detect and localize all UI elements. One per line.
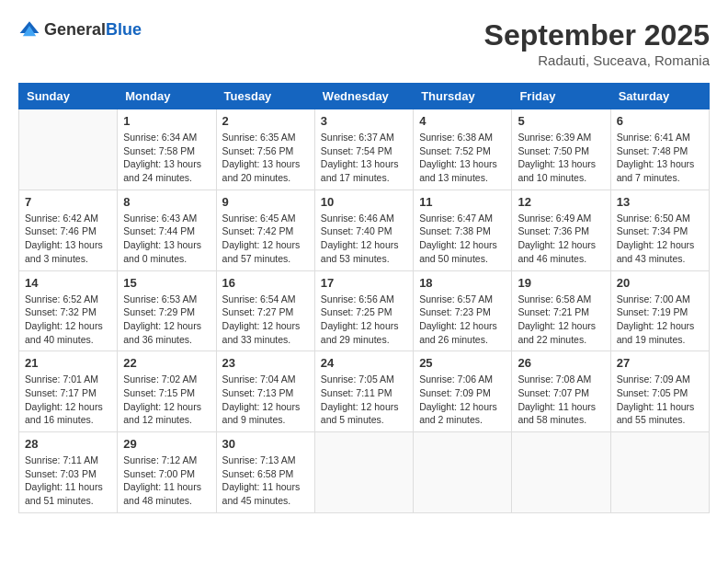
day-info: Sunrise: 6:39 AM Sunset: 7:50 PM Dayligh… [518,131,604,185]
day-number: 4 [419,114,506,128]
day-number: 9 [222,195,309,209]
day-number: 20 [617,276,703,290]
day-number: 1 [123,114,210,128]
calendar-cell: 20Sunrise: 7:00 AM Sunset: 7:19 PM Dayli… [610,270,709,351]
day-info: Sunrise: 7:06 AM Sunset: 7:09 PM Dayligh… [419,373,506,427]
calendar-cell: 5Sunrise: 6:39 AM Sunset: 7:50 PM Daylig… [512,109,610,190]
calendar-cell: 11Sunrise: 6:47 AM Sunset: 7:38 PM Dayli… [414,190,512,270]
day-number: 19 [518,276,604,290]
calendar-cell: 9Sunrise: 6:45 AM Sunset: 7:42 PM Daylig… [216,190,314,270]
day-info: Sunrise: 6:35 AM Sunset: 7:56 PM Dayligh… [222,131,309,185]
calendar-cell: 27Sunrise: 7:09 AM Sunset: 7:05 PM Dayli… [610,351,709,432]
calendar-cell: 6Sunrise: 6:41 AM Sunset: 7:48 PM Daylig… [610,109,709,190]
day-number: 27 [617,356,703,370]
calendar-week-4: 21Sunrise: 7:01 AM Sunset: 7:17 PM Dayli… [19,351,710,432]
calendar-cell: 4Sunrise: 6:38 AM Sunset: 7:52 PM Daylig… [414,109,512,190]
calendar-week-1: 1Sunrise: 6:34 AM Sunset: 7:58 PM Daylig… [19,109,710,190]
calendar-cell: 18Sunrise: 6:57 AM Sunset: 7:23 PM Dayli… [414,270,512,351]
calendar-cell [314,432,413,513]
day-number: 21 [25,356,111,370]
day-info: Sunrise: 7:05 AM Sunset: 7:11 PM Dayligh… [321,373,407,427]
day-number: 5 [518,114,604,128]
calendar-table: SundayMondayTuesdayWednesdayThursdayFrid… [18,83,710,513]
day-number: 7 [25,195,111,209]
calendar-cell [512,432,610,513]
day-info: Sunrise: 7:08 AM Sunset: 7:07 PM Dayligh… [518,373,604,427]
day-info: Sunrise: 7:01 AM Sunset: 7:17 PM Dayligh… [25,373,111,427]
logo: GeneralBlue [18,18,142,40]
day-number: 17 [321,276,407,290]
page-header: GeneralBlue September 2025 Radauti, Suce… [18,18,710,68]
calendar-cell [414,432,512,513]
calendar-cell: 12Sunrise: 6:49 AM Sunset: 7:36 PM Dayli… [512,190,610,270]
calendar-cell: 2Sunrise: 6:35 AM Sunset: 7:56 PM Daylig… [216,109,314,190]
day-number: 14 [25,276,111,290]
calendar-cell: 3Sunrise: 6:37 AM Sunset: 7:54 PM Daylig… [314,109,413,190]
calendar-cell: 24Sunrise: 7:05 AM Sunset: 7:11 PM Dayli… [314,351,413,432]
calendar-cell: 23Sunrise: 7:04 AM Sunset: 7:13 PM Dayli… [216,351,314,432]
weekday-header-friday: Friday [512,84,610,109]
day-info: Sunrise: 7:00 AM Sunset: 7:19 PM Dayligh… [617,293,703,347]
weekday-header-wednesday: Wednesday [314,84,413,109]
day-info: Sunrise: 7:02 AM Sunset: 7:15 PM Dayligh… [123,373,210,427]
day-info: Sunrise: 6:45 AM Sunset: 7:42 PM Dayligh… [222,212,309,266]
day-info: Sunrise: 7:13 AM Sunset: 6:58 PM Dayligh… [222,454,309,508]
day-number: 15 [123,276,210,290]
day-info: Sunrise: 6:53 AM Sunset: 7:29 PM Dayligh… [123,293,210,347]
day-info: Sunrise: 7:09 AM Sunset: 7:05 PM Dayligh… [617,373,703,427]
calendar-cell: 8Sunrise: 6:43 AM Sunset: 7:44 PM Daylig… [118,190,216,270]
weekday-header-tuesday: Tuesday [216,84,314,109]
calendar-cell: 30Sunrise: 7:13 AM Sunset: 6:58 PM Dayli… [216,432,314,513]
day-number: 22 [123,356,210,370]
calendar-cell: 1Sunrise: 6:34 AM Sunset: 7:58 PM Daylig… [118,109,216,190]
day-info: Sunrise: 6:46 AM Sunset: 7:40 PM Dayligh… [321,212,407,266]
day-number: 16 [222,276,309,290]
logo-icon [18,18,40,40]
day-number: 23 [222,356,309,370]
day-info: Sunrise: 6:52 AM Sunset: 7:32 PM Dayligh… [25,293,111,347]
calendar-cell [19,109,118,190]
logo-blue-text: Blue [106,20,142,39]
day-info: Sunrise: 6:50 AM Sunset: 7:34 PM Dayligh… [617,212,703,266]
day-info: Sunrise: 6:57 AM Sunset: 7:23 PM Dayligh… [419,293,506,347]
day-info: Sunrise: 6:47 AM Sunset: 7:38 PM Dayligh… [419,212,506,266]
calendar-cell: 19Sunrise: 6:58 AM Sunset: 7:21 PM Dayli… [512,270,610,351]
day-number: 25 [419,356,506,370]
day-info: Sunrise: 7:11 AM Sunset: 7:03 PM Dayligh… [25,454,111,508]
day-info: Sunrise: 6:56 AM Sunset: 7:25 PM Dayligh… [321,293,407,347]
weekday-header-monday: Monday [118,84,216,109]
day-number: 18 [419,276,506,290]
calendar-cell: 29Sunrise: 7:12 AM Sunset: 7:00 PM Dayli… [118,432,216,513]
weekday-header-saturday: Saturday [610,84,709,109]
calendar-cell: 15Sunrise: 6:53 AM Sunset: 7:29 PM Dayli… [118,270,216,351]
calendar-cell: 16Sunrise: 6:54 AM Sunset: 7:27 PM Dayli… [216,270,314,351]
day-number: 10 [321,195,407,209]
day-number: 28 [25,437,111,451]
day-number: 11 [419,195,506,209]
calendar-body: 1Sunrise: 6:34 AM Sunset: 7:58 PM Daylig… [19,109,710,513]
day-number: 29 [123,437,210,451]
day-number: 30 [222,437,309,451]
logo-general-text: General [44,20,106,39]
day-number: 2 [222,114,309,128]
calendar-week-2: 7Sunrise: 6:42 AM Sunset: 7:46 PM Daylig… [19,190,710,270]
day-number: 26 [518,356,604,370]
calendar-header: SundayMondayTuesdayWednesdayThursdayFrid… [19,84,710,109]
weekday-header-sunday: Sunday [19,84,118,109]
day-number: 12 [518,195,604,209]
day-info: Sunrise: 6:34 AM Sunset: 7:58 PM Dayligh… [123,131,210,185]
calendar-cell: 14Sunrise: 6:52 AM Sunset: 7:32 PM Dayli… [19,270,118,351]
location-title: Radauti, Suceava, Romania [484,52,710,68]
title-block: September 2025 Radauti, Suceava, Romania [484,18,710,68]
day-info: Sunrise: 6:38 AM Sunset: 7:52 PM Dayligh… [419,131,506,185]
calendar-week-5: 28Sunrise: 7:11 AM Sunset: 7:03 PM Dayli… [19,432,710,513]
day-info: Sunrise: 6:58 AM Sunset: 7:21 PM Dayligh… [518,293,604,347]
weekday-header-thursday: Thursday [414,84,512,109]
day-number: 3 [321,114,407,128]
calendar-cell: 10Sunrise: 6:46 AM Sunset: 7:40 PM Dayli… [314,190,413,270]
day-info: Sunrise: 7:12 AM Sunset: 7:00 PM Dayligh… [123,454,210,508]
calendar-cell: 13Sunrise: 6:50 AM Sunset: 7:34 PM Dayli… [610,190,709,270]
day-info: Sunrise: 6:41 AM Sunset: 7:48 PM Dayligh… [617,131,703,185]
day-number: 6 [617,114,703,128]
calendar-cell: 28Sunrise: 7:11 AM Sunset: 7:03 PM Dayli… [19,432,118,513]
